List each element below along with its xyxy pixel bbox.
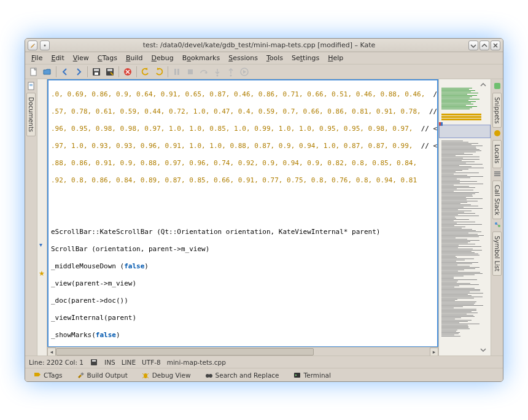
close-icon xyxy=(492,42,499,49)
svg-point-29 xyxy=(209,374,212,378)
scroll-right-button[interactable]: ▸ xyxy=(430,348,438,356)
terminal-icon xyxy=(293,371,301,379)
tab-documents[interactable]: Documents xyxy=(26,93,36,136)
menu-debug[interactable]: Debug xyxy=(148,53,177,63)
svg-rect-21 xyxy=(494,175,500,176)
menu-settings[interactable]: Settings xyxy=(288,53,323,63)
menu-view[interactable]: View xyxy=(69,53,93,63)
menu-build[interactable]: Build xyxy=(122,53,147,63)
close-doc-button[interactable] xyxy=(122,66,134,78)
scroll-thumb[interactable] xyxy=(56,348,314,356)
tab-build-output[interactable]: Build Output xyxy=(72,370,131,381)
svg-point-18 xyxy=(494,130,500,136)
debug-stop-button[interactable] xyxy=(184,66,196,78)
pause-icon xyxy=(172,67,182,77)
debug-pause-button[interactable] xyxy=(171,66,183,78)
save-button[interactable] xyxy=(90,66,103,78)
tab-debug-view[interactable]: Debug View xyxy=(138,370,195,381)
svg-rect-17 xyxy=(494,83,500,89)
ctags-icon xyxy=(33,371,41,379)
toolbar-separator xyxy=(118,66,119,77)
new-file-icon xyxy=(29,67,39,77)
editor-gutter[interactable]: ▾ ★ xyxy=(37,79,47,356)
bookmark-icon[interactable]: ★ xyxy=(39,270,45,278)
code-editor[interactable]: .0, 0.69, 0.86, 0.9, 0.64, 0.91, 0.65, 0… xyxy=(47,79,438,347)
forward-button[interactable] xyxy=(72,66,85,78)
open-button[interactable] xyxy=(41,66,53,78)
floppy-icon xyxy=(91,67,101,77)
bottom-panel: CTags Build Output Debug View Search and… xyxy=(25,368,503,381)
status-encoding[interactable]: UTF-8 xyxy=(142,359,161,366)
menu-bookmarks[interactable]: Bookmarks xyxy=(179,53,223,63)
back-button[interactable] xyxy=(59,66,71,78)
tab-symbol-list[interactable]: Symbol List xyxy=(492,231,502,276)
toolbar-separator xyxy=(168,66,168,77)
svg-rect-20 xyxy=(494,173,500,174)
tab-ctags[interactable]: CTags xyxy=(29,370,66,381)
svg-point-11 xyxy=(217,74,219,76)
redo-button[interactable] xyxy=(153,66,165,78)
svg-rect-8 xyxy=(174,69,176,75)
svg-point-12 xyxy=(230,74,232,76)
scroll-down-icon[interactable] xyxy=(479,346,487,354)
left-sidebar: Documents xyxy=(25,79,37,356)
minimize-button[interactable] xyxy=(468,41,478,50)
redo-icon xyxy=(154,67,164,77)
close-button[interactable] xyxy=(491,41,500,50)
toolbar-separator xyxy=(87,66,88,77)
tab-terminal[interactable]: Terminal xyxy=(289,370,335,381)
menu-file[interactable]: FFileile xyxy=(28,53,46,63)
locals-icon xyxy=(493,129,502,138)
maximize-button[interactable] xyxy=(479,41,489,50)
folder-open-icon xyxy=(42,67,52,77)
svg-rect-3 xyxy=(94,69,99,71)
undo-icon xyxy=(141,67,150,77)
debug-step-button[interactable] xyxy=(198,66,210,78)
sticky-button[interactable] xyxy=(40,41,50,50)
tab-locals[interactable]: Locals xyxy=(492,140,502,168)
cursor-position: Line: 2202 Col: 1 xyxy=(29,359,83,366)
bug-icon xyxy=(141,371,150,379)
scroll-up-icon[interactable] xyxy=(479,80,487,89)
right-sidebar: Snippets Locals Call Stack Symbol List xyxy=(491,79,503,356)
svg-rect-10 xyxy=(188,69,193,74)
toolbar xyxy=(25,64,503,79)
tab-callstack[interactable]: Call Stack xyxy=(492,181,502,220)
status-ins[interactable]: INS xyxy=(104,359,115,366)
svg-point-0 xyxy=(44,44,46,46)
app-menu-button[interactable] xyxy=(28,41,37,50)
svg-rect-19 xyxy=(494,171,500,173)
svg-rect-16 xyxy=(29,85,33,86)
minimap[interactable] xyxy=(438,79,491,356)
new-doc-button[interactable] xyxy=(28,66,40,78)
menubar: FFileile Edit View CTags Build Debug Boo… xyxy=(25,52,503,64)
debug-step-into-button[interactable] xyxy=(211,66,223,78)
binoculars-icon xyxy=(204,371,213,379)
horizontal-scrollbar[interactable]: ◂ ▸ xyxy=(47,347,438,356)
menu-help[interactable]: Help xyxy=(324,53,347,63)
minimap-viewport[interactable] xyxy=(439,125,491,138)
menu-ctags[interactable]: CTags xyxy=(94,53,121,63)
scroll-left-button[interactable]: ◂ xyxy=(47,348,56,356)
pencil-icon xyxy=(29,42,36,49)
tab-search-replace[interactable]: Search and Replace xyxy=(201,370,283,381)
tab-snippets[interactable]: Snippets xyxy=(492,93,502,128)
fold-marker[interactable]: ▾ xyxy=(39,241,45,247)
kate-window: test: /data0/devel/kate/gdb_test/mini-ma… xyxy=(25,38,503,382)
scroll-track[interactable] xyxy=(314,348,430,356)
menu-tools[interactable]: Tools xyxy=(263,53,287,63)
svg-rect-4 xyxy=(95,72,98,75)
save-as-button[interactable] xyxy=(104,66,116,78)
arrow-left-icon xyxy=(60,67,70,77)
undo-button[interactable] xyxy=(139,66,152,78)
arrow-right-icon xyxy=(74,67,83,77)
svg-rect-25 xyxy=(92,360,96,362)
debug-continue-button[interactable] xyxy=(238,66,250,78)
debug-step-out-button[interactable] xyxy=(225,66,237,78)
titlebar: test: /data0/devel/kate/gdb_test/mini-ma… xyxy=(25,39,503,52)
menu-edit[interactable]: Edit xyxy=(47,53,68,63)
status-eol[interactable]: LINE xyxy=(122,359,136,366)
window-title: test: /data0/devel/kate/gdb_test/mini-ma… xyxy=(50,41,468,49)
menu-sessions[interactable]: Sessions xyxy=(225,53,262,63)
pin-icon xyxy=(42,42,48,49)
